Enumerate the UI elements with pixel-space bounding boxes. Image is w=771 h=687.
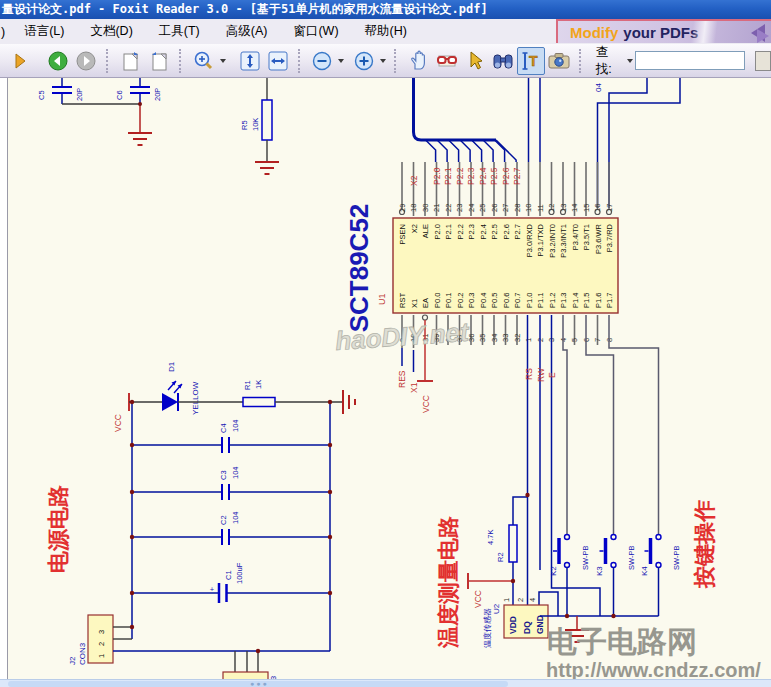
page-margin [0, 78, 8, 679]
zoom-out-dropdown[interactable] [338, 59, 344, 63]
horizontal-scrollbar[interactable]: ●●● [0, 679, 771, 687]
pin-text: P1.4 [571, 293, 580, 308]
c5-ref: C5 [37, 90, 46, 100]
pin-text: 35 [478, 334, 487, 342]
pin-text: P2.0 [433, 224, 442, 239]
pin-text: P2.3 [466, 167, 476, 185]
fit-width-button[interactable] [264, 47, 292, 75]
pin-text: P3.4/T0 [571, 224, 580, 250]
toolbar-separator [579, 49, 584, 73]
pin-text: 11 [536, 204, 545, 212]
caption-power: 电源电路 [46, 485, 71, 573]
menu-item-advanced[interactable]: 高级(A) [213, 23, 281, 40]
pin-text: 25 [478, 204, 487, 212]
find-input[interactable] [635, 51, 745, 70]
pin-text: P2.4 [479, 224, 488, 239]
zoom-tool-button[interactable] [190, 47, 218, 75]
pin-text: P3.1/TXD [536, 223, 545, 256]
zoom-in-dropdown[interactable] [380, 59, 386, 63]
pin-text: P2.5 [490, 224, 499, 239]
pin-text: P0.4 [479, 293, 488, 308]
c4-ref: C4 [219, 423, 228, 433]
pin-text: P2.4 [478, 167, 488, 185]
net-label-rw: RW [536, 368, 546, 382]
fit-width-icon [267, 50, 289, 72]
pin-text: PSEN [398, 224, 407, 244]
select-tool-button[interactable] [461, 47, 489, 75]
menu-item-window[interactable]: 窗口(W) [280, 23, 351, 40]
pin-text: P3.2/INT0 [548, 224, 557, 258]
net-label-res: RES [397, 370, 407, 388]
pin-text: 28 [513, 204, 522, 212]
forward-button[interactable] [72, 47, 100, 75]
pin-text: 17 [605, 204, 614, 212]
pin-text: RST [398, 293, 407, 308]
net-label-e: E [547, 372, 557, 378]
fit-page-button[interactable] [236, 47, 264, 75]
net-label-x2: X2 [409, 175, 419, 186]
next-view-button[interactable] [145, 47, 173, 75]
menu-bar: ) 语言(L) 文档(D) 工具(T) 高级(A) 窗口(W) 帮助(H) Mo… [0, 19, 771, 44]
title-bar: 量设计论文.pdf - Foxit Reader 3.0 - [基于51单片机的… [0, 0, 771, 19]
r2-val: 4.7K [486, 530, 495, 545]
menu-item-clipped[interactable]: ) [0, 25, 11, 39]
menu-item-language[interactable]: 语言(L) [11, 23, 77, 40]
pin-text: 30 [421, 204, 430, 212]
pin-text: 18 [409, 204, 418, 212]
pin-text: P2.6 [502, 224, 511, 239]
forward-arrow-icon [75, 50, 97, 72]
clipped-toolbar-icon[interactable] [755, 51, 771, 71]
pin-text: P2.1 [444, 224, 453, 239]
pin-text: P3.6/WR [594, 223, 603, 254]
svg-text:T: T [529, 53, 538, 69]
toolbar-separator [106, 49, 111, 73]
previous-view-button[interactable] [117, 47, 145, 75]
net-label-rs: RS [524, 368, 534, 380]
pin-text: P2.3 [467, 224, 476, 239]
document-area[interactable]: C5 20P C6 20P R5 10K SCT89C52 U1 0 [0, 78, 771, 687]
pin-text: 29 [398, 204, 407, 212]
resistor-r5 [262, 100, 272, 140]
menu-item-document[interactable]: 文档(D) [77, 23, 145, 40]
pin-text: 16 [593, 204, 602, 212]
toolbar-separator [298, 49, 303, 73]
pin-text: P3.0/RXD [525, 223, 534, 257]
pin-text: P0.7 [513, 293, 522, 308]
hand-tool-button[interactable] [405, 47, 433, 75]
mcu-designator: U1 [377, 293, 387, 305]
zoom-out-button[interactable] [308, 47, 336, 75]
snapshot-button[interactable] [545, 47, 573, 75]
pin-text: X2 [410, 224, 419, 233]
c6-val: 20P [153, 88, 162, 101]
text-select-tool-button[interactable]: T [517, 47, 545, 75]
p2-net-labels: P2.0P2.1P2.2P2.3P2.4P2.5P2.6P2.7 [432, 167, 523, 185]
pin-text: P1.1 [536, 293, 545, 308]
toolbar-separator [179, 49, 184, 73]
search-button[interactable] [489, 47, 517, 75]
resistor-r1 [243, 398, 275, 407]
mcu-chip-name: SCT89C52 [344, 204, 374, 333]
pin-text: P3.5/T1 [582, 224, 591, 250]
toolbar-separator [394, 49, 399, 73]
find-dropdown[interactable] [627, 59, 633, 63]
play-button[interactable] [6, 47, 34, 75]
pin-text: 27 [501, 204, 510, 212]
pin-text: P1.2 [548, 293, 557, 308]
pin-text: P0.5 [490, 293, 499, 308]
menu-item-tools[interactable]: 工具(T) [146, 23, 213, 40]
u2-name: 温度传感器 [483, 608, 492, 648]
pin-text: EA [421, 298, 430, 308]
pin-text: 22 [444, 204, 453, 212]
zoom-out-icon [311, 50, 333, 72]
menu-item-help[interactable]: 帮助(H) [352, 23, 420, 40]
zoom-loupe-icon [193, 50, 215, 72]
loupe-glasses-button[interactable] [433, 47, 461, 75]
j2-pin2: 2 [97, 642, 106, 646]
back-button[interactable] [44, 47, 72, 75]
pin-text: P2.7 [513, 224, 522, 239]
pin-text: P2.2 [455, 167, 465, 185]
zoom-tool-dropdown[interactable] [220, 59, 226, 63]
zoom-in-button[interactable] [350, 47, 378, 75]
regulator-u3 [223, 672, 268, 679]
ad-banner[interactable]: Modify your PDFs [556, 19, 771, 43]
